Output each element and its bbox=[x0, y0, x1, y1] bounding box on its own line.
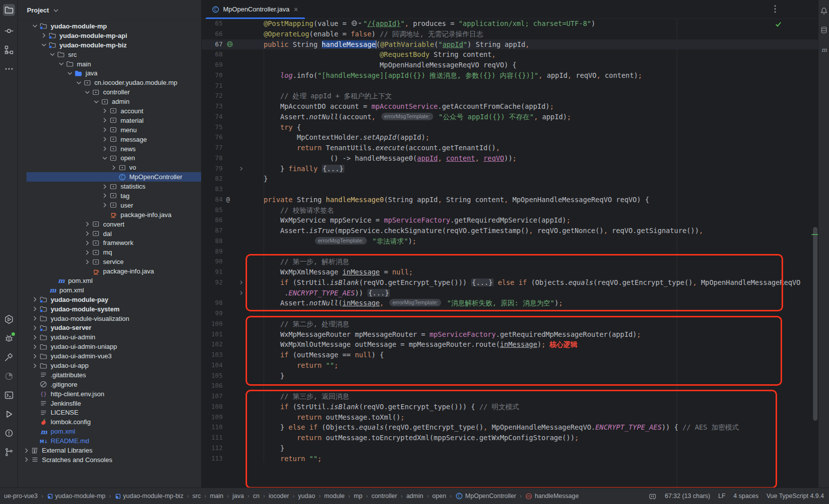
code-line[interactable]: 106 bbox=[202, 381, 819, 391]
code-line[interactable]: 109 return outMessage.toXml(); bbox=[202, 412, 819, 423]
chevron-right-icon[interactable] bbox=[22, 447, 30, 455]
code-line[interactable]: 67 public String handleMessage(@PathVari… bbox=[202, 39, 819, 50]
chevron-right-icon[interactable] bbox=[31, 295, 39, 303]
chevron-right-icon[interactable] bbox=[83, 249, 92, 256]
editor-tab[interactable]: C MpOpenController.java bbox=[206, 0, 305, 18]
tree-item[interactable]: yudao-ui-admin-vue3 bbox=[18, 351, 201, 361]
tree-item[interactable]: yudao-module-system bbox=[18, 304, 201, 314]
notifications-button[interactable] bbox=[820, 7, 828, 15]
code-line[interactable]: 100 // 第二步, 处理消息 bbox=[202, 319, 819, 329]
tree-item[interactable]: M↓README.md bbox=[18, 436, 201, 446]
tree-item[interactable]: admin bbox=[18, 97, 201, 106]
chevron-right-icon[interactable] bbox=[31, 362, 39, 370]
tab-close-icon[interactable] bbox=[293, 6, 299, 12]
breadcrumb-item[interactable]: mhandleMessage bbox=[525, 493, 578, 500]
annotated-marker-icon[interactable]: @ bbox=[223, 195, 238, 205]
version-control-button[interactable] bbox=[3, 446, 15, 458]
run-button[interactable] bbox=[3, 408, 15, 420]
tree-item[interactable]: yudao-ui-admin bbox=[18, 332, 201, 342]
code-line[interactable]: 69 MpOpenHandleMessageReqVO reqVO) { bbox=[202, 60, 819, 70]
plugin-robot-icon[interactable] bbox=[648, 492, 657, 501]
code-line[interactable]: 85 // 校验请求签名 bbox=[202, 205, 819, 216]
build-button[interactable] bbox=[3, 351, 15, 363]
file-type-info[interactable]: Vue TypeScript 4.9.4 bbox=[767, 493, 824, 500]
tree-item[interactable]: package-info.java bbox=[18, 266, 201, 276]
code-line[interactable]: 82 } bbox=[202, 174, 819, 184]
chevron-right-icon[interactable] bbox=[31, 333, 39, 341]
tree-item[interactable]: framework bbox=[18, 238, 201, 248]
code-line[interactable]: 90 // 第一步, 解析消息 bbox=[202, 256, 819, 267]
code-line[interactable]: 91 WxMpXmlMessage inMessage = null; bbox=[202, 267, 819, 277]
chevron-right-icon[interactable] bbox=[39, 31, 48, 39]
tree-item[interactable]: yudao-module-mp-api bbox=[18, 31, 201, 40]
chevron-right-icon[interactable] bbox=[109, 164, 118, 172]
breadcrumb-item[interactable]: iocoder bbox=[269, 493, 289, 500]
tree-item[interactable]: {}http-client.env.json bbox=[18, 389, 201, 399]
tree-item[interactable]: dal bbox=[18, 229, 201, 239]
tree-item[interactable]: CMpOpenController bbox=[18, 172, 201, 182]
commit-button[interactable] bbox=[3, 25, 15, 37]
breadcrumb-item[interactable]: controller bbox=[371, 493, 397, 500]
tree-item[interactable]: mpom.xml bbox=[18, 285, 201, 295]
inspection-ok-icon[interactable] bbox=[775, 20, 782, 28]
fold-collapsed-icon[interactable] bbox=[238, 166, 244, 172]
code-line[interactable]: 92 if (StrUtil.isBlank(reqVO.getEncrypt_… bbox=[202, 277, 819, 288]
code-line[interactable]: 113 return ""; bbox=[202, 454, 819, 464]
profiler-button[interactable] bbox=[3, 370, 15, 382]
code-line[interactable]: 89 bbox=[202, 247, 819, 257]
tree-item[interactable]: account bbox=[18, 106, 201, 116]
tree-item[interactable]: material bbox=[18, 116, 201, 125]
tree-item[interactable]: mpom.xml bbox=[18, 427, 201, 436]
chevron-right-icon[interactable] bbox=[31, 305, 39, 313]
code-line[interactable]: 107 // 第三步, 返回消息 bbox=[202, 391, 819, 402]
code-line[interactable]: 84@ private String handleMessage0(String… bbox=[202, 195, 819, 205]
url-globe-icon[interactable] bbox=[351, 19, 363, 27]
tree-item[interactable]: mq bbox=[18, 248, 201, 257]
chevron-right-icon[interactable] bbox=[31, 314, 39, 322]
breadcrumb-item[interactable]: yudao-module-mp-biz bbox=[115, 493, 184, 500]
tree-item[interactable]: yudao-module-pay bbox=[18, 295, 201, 304]
code-line[interactable]: 76 MpContextHolder.setAppId(appId); bbox=[202, 132, 819, 143]
database-button[interactable] bbox=[820, 26, 828, 34]
chevron-right-icon[interactable] bbox=[22, 456, 30, 464]
debug-button[interactable] bbox=[3, 332, 15, 344]
chevron-right-icon[interactable] bbox=[101, 116, 109, 124]
chevron-down-icon[interactable] bbox=[74, 79, 83, 87]
maven-stripe-button[interactable]: m bbox=[820, 46, 828, 54]
tree-item[interactable]: LICENSE bbox=[18, 408, 201, 418]
code-line[interactable]: 103 if (outMessage == null) { bbox=[202, 350, 819, 360]
chevron-right-icon[interactable] bbox=[31, 352, 39, 360]
caret-position[interactable]: 67:32 (13 chars) bbox=[665, 493, 710, 500]
breadcrumb-item[interactable]: ue-pro-vue3 bbox=[4, 493, 37, 500]
tree-item[interactable]: tag bbox=[18, 191, 201, 201]
breadcrumb-item[interactable]: src bbox=[193, 493, 201, 500]
services-button[interactable] bbox=[3, 313, 15, 325]
tree-item[interactable]: service bbox=[18, 257, 201, 266]
structure-button[interactable] bbox=[3, 44, 15, 56]
tree-item[interactable]: vo bbox=[18, 163, 201, 172]
code-line[interactable]: 110 } else if (Objects.equals(reqVO.getE… bbox=[202, 422, 819, 433]
terminal-button[interactable] bbox=[3, 389, 15, 401]
tree-item[interactable]: controller bbox=[18, 87, 201, 97]
project-folder-button[interactable] bbox=[3, 4, 15, 16]
chevron-down-icon[interactable] bbox=[52, 6, 60, 14]
code-line[interactable]: 79 } finally {...} bbox=[202, 164, 819, 174]
project-panel-title[interactable]: Project bbox=[27, 6, 49, 14]
tree-item[interactable]: convert bbox=[18, 220, 201, 229]
code-line[interactable]: 111 return outMessage.toEncryptedXml(mpp… bbox=[202, 433, 819, 443]
code-line[interactable]: 70 log.info("[handleMessage][appId({}) 推… bbox=[202, 70, 819, 81]
code-line[interactable]: 68 @RequestBody String content, bbox=[202, 49, 819, 60]
breadcrumb-item[interactable]: main bbox=[210, 493, 223, 500]
code-line[interactable]: 75 try { bbox=[202, 122, 819, 133]
code-line[interactable]: 72 // 处理 appId + 多租户的上下文 bbox=[202, 91, 819, 101]
chevron-right-icon[interactable] bbox=[83, 258, 92, 266]
chevron-right-icon[interactable] bbox=[31, 343, 39, 351]
breadcrumb-item[interactable]: cn bbox=[253, 493, 260, 500]
chevron-right-icon[interactable] bbox=[101, 107, 109, 115]
editor-options-kebab-icon[interactable] bbox=[771, 3, 779, 14]
editor-scrollbar[interactable] bbox=[813, 227, 818, 421]
tree-item[interactable]: java bbox=[18, 68, 201, 78]
code-line[interactable]: 83 bbox=[202, 184, 819, 195]
chevron-right-icon[interactable] bbox=[83, 220, 92, 228]
breadcrumb-item[interactable]: admin bbox=[406, 493, 423, 500]
